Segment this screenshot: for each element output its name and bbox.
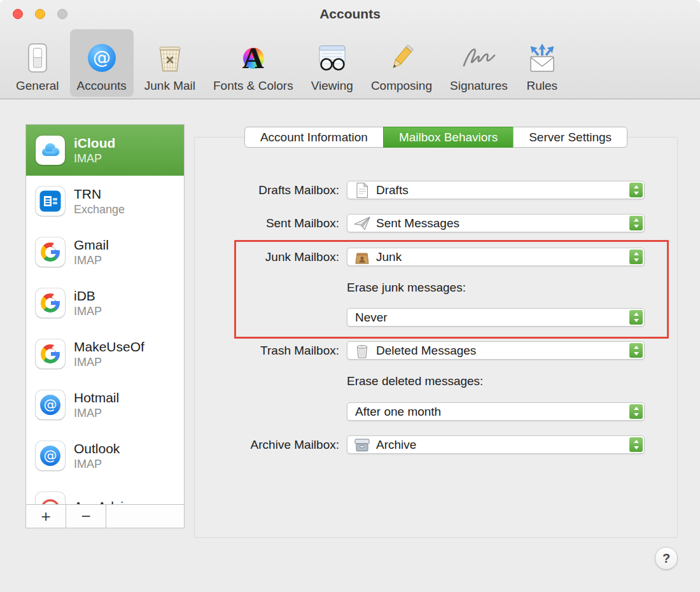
account-name: MakeUseOf	[74, 339, 144, 355]
account-name: iCloud	[74, 136, 115, 151]
account-text: TRNExchange	[74, 187, 125, 216]
account-list: iCloudIMAPTRNExchangeGmailIMAPiDBIMAPMak…	[26, 125, 184, 504]
annotation-highlight-junk-settings	[234, 240, 669, 339]
trash-mailbox-value: Deleted Messages	[376, 344, 644, 358]
window-header: Accounts General@AccountsJunk MailAFonts…	[0, 0, 700, 99]
google-icon	[36, 237, 65, 267]
erase-deleted-value: After one month	[355, 405, 644, 419]
account-name: Gmail	[74, 237, 109, 253]
drafts-mailbox-label: Drafts Mailbox:	[188, 183, 339, 197]
svg-text:@: @	[93, 47, 111, 68]
toolbar-item-general[interactable]: General	[9, 29, 66, 97]
account-protocol: IMAP	[74, 152, 115, 166]
account-row-hotmail[interactable]: @HotmailIMAP	[26, 379, 184, 430]
account-text: AppAdvice	[74, 499, 137, 504]
toolbar-item-label: Viewing	[311, 79, 353, 93]
account-text: iCloudIMAP	[74, 136, 115, 166]
account-row-gmail[interactable]: GmailIMAP	[26, 227, 184, 278]
toolbar-item-label: Rules	[527, 79, 558, 93]
general-icon	[25, 38, 50, 78]
tab-server-settings[interactable]: Server Settings	[513, 127, 627, 148]
drafts-mailbox-value: Drafts	[376, 183, 644, 197]
at-icon: @	[36, 441, 65, 470]
at-icon: @	[36, 390, 65, 419]
toolbar-item-label: Signatures	[450, 79, 508, 93]
toolbar-item-label: Composing	[371, 79, 432, 93]
toolbar-item-label: Fonts & Colors	[213, 79, 293, 93]
erase-deleted-popup[interactable]: After one month	[347, 402, 645, 421]
toolbar-item-composing[interactable]: Composing	[364, 29, 439, 97]
popup-chevrons-icon	[629, 183, 643, 197]
popup-chevrons-icon	[629, 216, 643, 230]
popup-chevrons-icon	[629, 437, 643, 452]
toolbar-item-accounts[interactable]: @Accounts	[70, 29, 134, 97]
tab-account-information[interactable]: Account Information	[244, 127, 384, 148]
account-protocol: IMAP	[74, 305, 102, 318]
archive-mailbox-popup[interactable]: Archive	[347, 435, 645, 454]
rules-icon	[526, 38, 559, 78]
drafts-mailbox-popup[interactable]: Drafts	[347, 181, 645, 199]
account-name: Outlook	[74, 441, 120, 456]
account-protocol: IMAP	[74, 407, 119, 420]
account-name: TRN	[74, 187, 125, 202]
account-name: AppAdvice	[74, 499, 137, 504]
account-row-icloud[interactable]: iCloudIMAP	[26, 125, 184, 176]
add-account-button[interactable]: +	[26, 505, 66, 528]
account-row-idb[interactable]: iDBIMAP	[26, 278, 184, 328]
svg-text:@: @	[44, 397, 57, 412]
svg-text:@: @	[44, 448, 57, 463]
toolbar-item-label: Accounts	[77, 79, 127, 93]
preferences-toolbar: General@AccountsJunk MailAFonts & Colors…	[9, 29, 695, 97]
account-text: GmailIMAP	[74, 237, 109, 267]
account-tabs: Account InformationMailbox BehaviorsServ…	[194, 127, 678, 148]
account-row-makeuseof[interactable]: MakeUseOfIMAP	[26, 328, 184, 379]
exchange-icon	[36, 187, 65, 216]
sent-mailbox-value: Sent Messages	[376, 216, 644, 230]
popup-chevrons-icon	[629, 404, 643, 419]
trash-icon	[353, 342, 371, 359]
google-icon	[36, 339, 65, 369]
account-name: iDB	[74, 288, 102, 304]
erase-deleted-label: Erase deleted messages:	[347, 374, 483, 388]
toolbar-item-junk-mail[interactable]: Junk Mail	[137, 29, 202, 97]
sidebar-footer: + −	[26, 504, 184, 528]
sent-mailbox-popup[interactable]: Sent Messages	[347, 214, 645, 232]
help-button[interactable]: ?	[655, 547, 678, 570]
toolbar-item-rules[interactable]: Rules	[519, 29, 566, 97]
archive-mailbox-label: Archive Mailbox:	[188, 438, 339, 452]
viewing-icon	[316, 38, 349, 78]
toolbar-item-signatures[interactable]: Signatures	[443, 29, 515, 97]
accounts-icon: @	[87, 38, 117, 78]
sidebar-footer-spacer	[106, 505, 184, 528]
fonts-colors-icon: A	[238, 38, 269, 78]
trash-mailbox-popup[interactable]: Deleted Messages	[347, 341, 645, 360]
toolbar-item-label: Junk Mail	[144, 79, 195, 93]
generic-account-icon	[36, 492, 65, 504]
toolbar-item-label: General	[16, 79, 59, 93]
trash-mailbox-label: Trash Mailbox:	[188, 344, 339, 358]
accounts-sidebar: iCloudIMAPTRNExchangeGmailIMAPiDBIMAPMak…	[25, 124, 185, 528]
toolbar-item-fonts-colors[interactable]: AFonts & Colors	[206, 29, 300, 97]
account-protocol: IMAP	[74, 254, 109, 267]
popup-chevrons-icon	[629, 343, 643, 358]
junk-mail-icon	[154, 38, 186, 78]
account-row-appadvice[interactable]: AppAdvice	[26, 481, 184, 504]
mail-preferences-window: Accounts General@AccountsJunk MailAFonts…	[0, 0, 700, 592]
account-protocol: IMAP	[74, 356, 144, 369]
account-text: iDBIMAP	[74, 288, 102, 318]
account-text: MakeUseOfIMAP	[74, 339, 144, 369]
account-row-trn[interactable]: TRNExchange	[26, 176, 184, 227]
archive-mailbox-value: Archive	[376, 438, 644, 452]
archive-icon	[353, 436, 371, 453]
account-text: HotmailIMAP	[74, 390, 119, 420]
tab-mailbox-behaviors[interactable]: Mailbox Behaviors	[383, 127, 514, 148]
remove-account-button[interactable]: −	[66, 505, 106, 528]
composing-icon	[386, 38, 417, 78]
account-row-outlook[interactable]: @OutlookIMAP	[26, 430, 184, 481]
sent-icon	[353, 215, 371, 232]
account-protocol: Exchange	[74, 203, 125, 216]
toolbar-item-viewing[interactable]: Viewing	[304, 29, 360, 97]
window-title: Accounts	[0, 6, 700, 22]
google-icon	[36, 288, 65, 318]
icloud-icon	[36, 136, 65, 165]
